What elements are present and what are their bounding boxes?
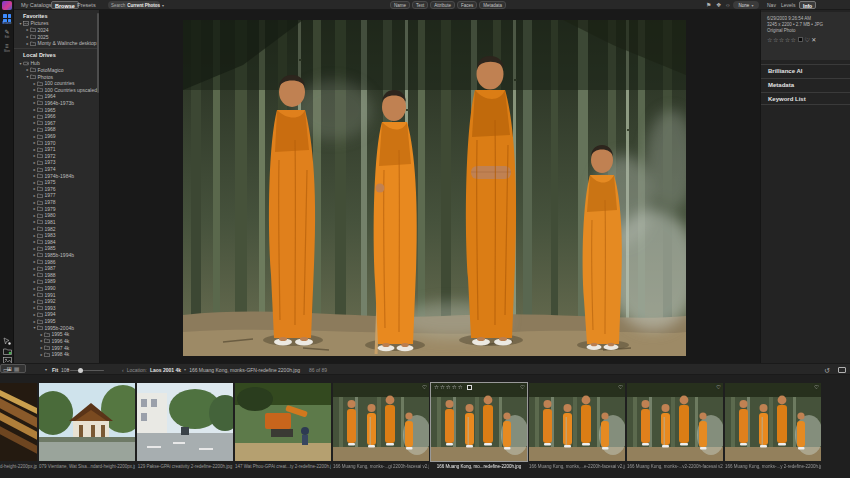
tree-item-1997-4k[interactable]: ▸1997 4k — [18, 344, 98, 351]
filter-segment-metadata[interactable]: Metadata — [479, 1, 506, 9]
tab-levels[interactable]: Levels — [778, 1, 798, 9]
tree-item-1986[interactable]: ▸1986 — [18, 258, 98, 265]
zoom-slider[interactable] — [70, 370, 104, 372]
tab-nav[interactable]: Nav — [764, 1, 779, 9]
tree-item-1989[interactable]: ▸1989 — [18, 278, 98, 285]
rail-pan-tool-button[interactable] — [0, 337, 14, 345]
filter-segment-name[interactable]: Name — [390, 1, 410, 9]
filter-segment-text[interactable]: Text — [412, 1, 428, 9]
tree-item-1965[interactable]: ▸1965 — [18, 106, 98, 113]
tree-item-pictures[interactable]: ▾Pictures — [18, 20, 98, 27]
star-rating[interactable]: ☆☆☆☆☆ — [767, 36, 796, 43]
tree-item-2024[interactable]: ▸2024 — [18, 27, 98, 34]
sidebar-scrollbar[interactable] — [97, 13, 99, 93]
filmstrip-thumbnail-selected[interactable]: ♡☆☆☆☆☆ — [431, 383, 527, 461]
rail-browse-button[interactable]: Browse — [0, 14, 14, 26]
tree-item-1982[interactable]: ▸1982 — [18, 225, 98, 232]
tree-item-1966[interactable]: ▸1966 — [18, 113, 98, 120]
tree-item-1990[interactable]: ▸1990 — [18, 285, 98, 292]
filmstrip-thumbnail[interactable]: ♡ — [529, 383, 625, 461]
section-metadata[interactable]: Metadata — [761, 78, 850, 91]
section-brilliance-ai[interactable]: Brilliance AI — [761, 64, 850, 77]
tree-item-1974[interactable]: ▸1974 — [18, 166, 98, 173]
filmstrip-thumbnail[interactable]: ♡ — [725, 383, 821, 461]
tree-item-1970[interactable]: ▸1970 — [18, 139, 98, 146]
tree-item-100-countries[interactable]: ▸100 countries — [18, 80, 98, 87]
filter-segment-attribute[interactable]: Attribute — [430, 1, 455, 9]
tree-item-1991[interactable]: ▸1991 — [18, 291, 98, 298]
filmstrip-thumbnail[interactable] — [137, 383, 233, 461]
brightness-icon[interactable]: ☼ — [725, 1, 731, 9]
tree-item-1979[interactable]: ▸1979 — [18, 205, 98, 212]
tree-item-hub[interactable]: ▾Hub — [18, 60, 98, 67]
tree-item-1978[interactable]: ▸1978 — [18, 199, 98, 206]
tree-item-1976[interactable]: ▸1976 — [18, 186, 98, 193]
tree-item-1988[interactable]: ▸1988 — [18, 272, 98, 279]
heart-icon[interactable]: ♡ — [422, 384, 427, 390]
heart-icon[interactable]: ♡ — [814, 384, 819, 390]
filmstrip-thumbnail[interactable] — [39, 383, 135, 461]
tree-item-monty-walinche-desktop[interactable]: ▸Monty & Walinche desktop — [18, 40, 98, 47]
detail-view-icon[interactable]: ▦ — [14, 365, 20, 372]
tree-item-1964[interactable]: ▸1964 — [18, 93, 98, 100]
rail-edit-button[interactable]: ✎ Edit — [0, 29, 14, 40]
rotate-icon[interactable]: ↺ — [824, 366, 830, 375]
tree-item-100-countries-upscaled[interactable]: ▸100 Countries upscaled — [18, 86, 98, 93]
tree-item-fotomagico[interactable]: ▸FotoMagico — [18, 67, 98, 74]
filmstrip-thumbnail[interactable]: ♡ — [333, 383, 429, 461]
search-scope-dropdown[interactable]: Current Photos — [127, 3, 160, 8]
tree-item-1987[interactable]: ▸1987 — [18, 265, 98, 272]
tab-info[interactable]: Info — [799, 1, 816, 9]
main-photo[interactable] — [183, 20, 686, 356]
tree-item-1972[interactable]: ▸1972 — [18, 153, 98, 160]
rail-sync-folder-button[interactable] — [0, 347, 14, 355]
tree-item-1975[interactable]: ▸1975 — [18, 179, 98, 186]
rail-more-button[interactable]: ≡ More — [0, 43, 14, 54]
tree-item-1973[interactable]: ▸1973 — [18, 159, 98, 166]
tree-item-1992[interactable]: ▸1992 — [18, 298, 98, 305]
tree-item-1995[interactable]: ▸1995 — [18, 318, 98, 325]
tree-item-1994[interactable]: ▸1994 — [18, 311, 98, 318]
tree-item-1964b-1973b[interactable]: ▸1964b-1973b — [18, 100, 98, 107]
sort-dropdown[interactable]: None ▾ — [733, 1, 759, 9]
search-input[interactable]: Search Current Photos ▾ — [108, 1, 160, 9]
tree-item-1983[interactable]: ▸1983 — [18, 232, 98, 239]
display-icon[interactable] — [838, 367, 846, 373]
tree-item-1981[interactable]: ▸1981 — [18, 219, 98, 226]
color-label-chip[interactable] — [798, 37, 803, 42]
tree-item-1993[interactable]: ▸1993 — [18, 305, 98, 312]
tab-presets[interactable]: Presets — [74, 1, 99, 9]
heart-icon[interactable]: ♡ — [520, 384, 525, 390]
heart-icon[interactable]: ♡ — [618, 384, 623, 390]
tab-my-catalogs[interactable]: My Catalogs — [18, 1, 55, 9]
filmstrip-thumbnail[interactable]: ♡ — [627, 383, 723, 461]
tree-item-1967[interactable]: ▸1967 — [18, 119, 98, 126]
flag-icon[interactable]: ⚑ — [706, 1, 711, 9]
tree-item-1984[interactable]: ▸1984 — [18, 238, 98, 245]
filter-segment-faces[interactable]: Faces — [457, 1, 477, 9]
tree-item-1974b-1984b[interactable]: ▸1974b-1984b — [18, 172, 98, 179]
tree-item-1971[interactable]: ▸1971 — [18, 146, 98, 153]
compare-icon[interactable]: ❖ — [716, 1, 721, 9]
tree-item-1977[interactable]: ▸1977 — [18, 192, 98, 199]
tree-item-1985[interactable]: ▸1985 — [18, 245, 98, 252]
tree-item-2025[interactable]: ▸2025 — [18, 33, 98, 40]
tree-item-1995-4k[interactable]: ▸1995 4k — [18, 331, 98, 338]
thumbnail-checkbox[interactable] — [467, 385, 472, 390]
filmstrip-thumbnail[interactable] — [235, 383, 331, 461]
thumbnail-star-rating[interactable]: ☆☆☆☆☆ — [434, 384, 464, 390]
tree-item-1980[interactable]: ▸1980 — [18, 212, 98, 219]
tree-item-1969[interactable]: ▸1969 — [18, 133, 98, 140]
tree-item-photos[interactable]: ▾Photos — [18, 73, 98, 80]
tree-item-1996-4k[interactable]: ▸1996 4k — [18, 338, 98, 345]
heart-icon[interactable]: ♡ — [804, 36, 809, 43]
tree-item-1985b-1994b[interactable]: ▸1985b-1994b — [18, 252, 98, 259]
filmstrip-thumbnail[interactable] — [0, 383, 37, 461]
close-icon[interactable]: ✕ — [811, 36, 816, 43]
tree-item-1995b-2004b[interactable]: ▾1995b-2004b — [18, 324, 98, 331]
tree-item-1998-4k[interactable]: ▸1998 4k — [18, 351, 98, 358]
zoom-slider-thumb[interactable] — [78, 368, 83, 373]
tree-item-1968[interactable]: ▸1968 — [18, 126, 98, 133]
section-keyword-list[interactable]: Keyword List — [761, 92, 850, 105]
heart-icon[interactable]: ♡ — [716, 384, 721, 390]
